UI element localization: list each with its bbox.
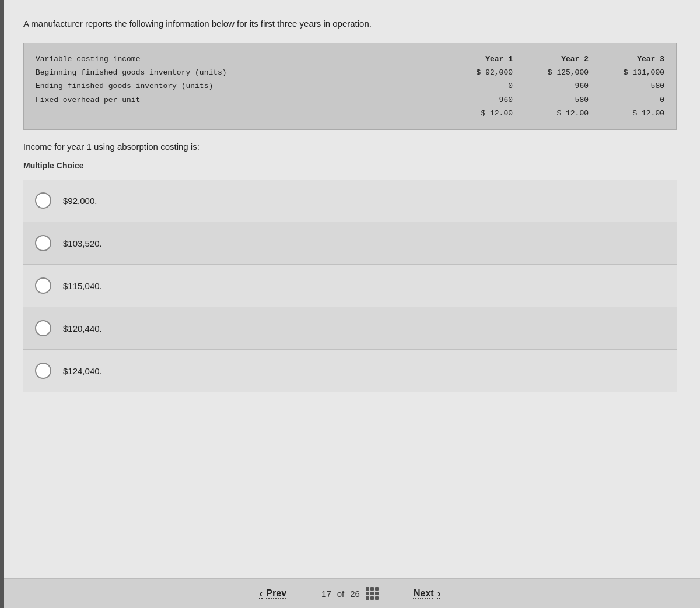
col-year3-v3: 0	[612, 93, 664, 107]
col-year2-v1: $ 125,000	[536, 66, 589, 79]
page-total: 26	[350, 589, 360, 599]
label-row-1: Variable costing income	[36, 52, 460, 66]
radio-e[interactable]	[35, 363, 51, 379]
radio-c[interactable]	[35, 277, 51, 294]
col-year2-v2: 960	[536, 79, 589, 93]
prev-arrow-icon: ‹	[259, 588, 262, 600]
col-year1-v2: 0	[460, 79, 513, 93]
choice-text-c: $115,040.	[63, 281, 102, 291]
page-info: 17 of 26	[321, 587, 379, 600]
col-year3-v2: 580	[612, 79, 664, 93]
choice-item-d[interactable]: $120,440.	[23, 307, 677, 350]
col-year2-v4: $ 12.00	[536, 107, 589, 120]
col-year2-v3: 580	[536, 93, 589, 107]
col-year1: Year 1 $ 92,000 0 960 $ 12.00	[460, 52, 513, 121]
radio-a[interactable]	[35, 192, 51, 209]
choice-text-d: $120,440.	[63, 324, 102, 333]
income-question: Income for year 1 using absorption costi…	[23, 142, 677, 152]
radio-b[interactable]	[35, 235, 51, 251]
table-wrapper: Variable costing income Beginning finish…	[36, 52, 664, 121]
left-bar	[0, 0, 4, 608]
col-year2-header: Year 2	[536, 52, 589, 66]
table-data: Year 1 $ 92,000 0 960 $ 12.00 Year 2 $ 1…	[460, 52, 664, 121]
multiple-choice-label: Multiple Choice	[23, 161, 677, 170]
col-year1-header: Year 1	[460, 52, 513, 66]
label-row-2: Beginning finished goods inventory (unit…	[36, 66, 460, 79]
page-of: of	[337, 589, 345, 599]
col-year3-header: Year 3	[612, 52, 664, 66]
intro-text: A manufacturer reports the following inf…	[23, 17, 677, 31]
nav-footer: ‹ Prev 17 of 26 Next ›	[0, 578, 700, 608]
prev-label: Prev	[266, 588, 286, 599]
choice-text-e: $124,040.	[63, 366, 102, 376]
choice-item-e[interactable]: $124,040.	[23, 350, 677, 392]
data-table: Variable costing income Beginning finish…	[23, 43, 677, 131]
page-current: 17	[321, 589, 331, 599]
label-row-3: Ending finished goods inventory (units)	[36, 79, 460, 93]
table-labels: Variable costing income Beginning finish…	[36, 52, 460, 107]
choice-item-a[interactable]: $92,000.	[23, 180, 677, 222]
next-label: Next	[414, 588, 434, 599]
next-arrow-icon: ›	[438, 588, 441, 600]
col-year3-v4: $ 12.00	[612, 107, 664, 120]
col-year1-v4: $ 12.00	[460, 107, 513, 120]
content-area: A manufacturer reports the following inf…	[0, 0, 700, 578]
page-container: A manufacturer reports the following inf…	[0, 0, 700, 608]
col-year1-v3: 960	[460, 93, 513, 107]
choice-item-b[interactable]: $103,520.	[23, 222, 677, 265]
next-button[interactable]: Next ›	[414, 588, 441, 600]
col-year3: Year 3 $ 131,000 580 0 $ 12.00	[612, 52, 664, 121]
choices-list: $92,000. $103,520. $115,040. $120,440. $…	[23, 180, 677, 392]
grid-icon	[366, 587, 379, 600]
prev-button[interactable]: ‹ Prev	[259, 588, 286, 600]
choice-item-c[interactable]: $115,040.	[23, 265, 677, 307]
col-year3-v1: $ 131,000	[612, 66, 664, 79]
radio-d[interactable]	[35, 320, 51, 336]
col-year2: Year 2 $ 125,000 960 580 $ 12.00	[536, 52, 589, 121]
choice-text-b: $103,520.	[63, 238, 102, 248]
col-year1-v1: $ 92,000	[460, 66, 513, 79]
choice-text-a: $92,000.	[63, 196, 97, 206]
label-row-4: Fixed overhead per unit	[36, 93, 460, 107]
